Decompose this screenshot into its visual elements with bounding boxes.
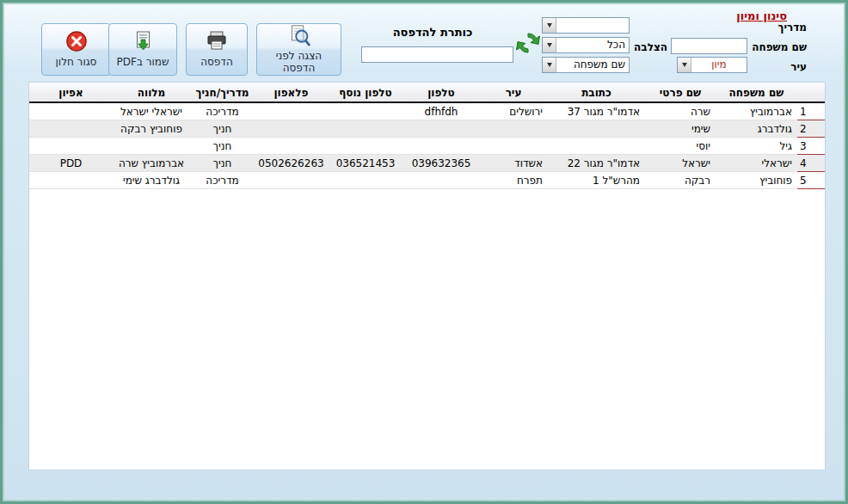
crossing-combobox[interactable]: הכל [542, 37, 630, 53]
refresh-icon [514, 29, 542, 57]
sort-by-combobox[interactable]: שם משפחה [542, 57, 630, 73]
instructor-combobox[interactable] [542, 17, 630, 34]
cell-profile [29, 103, 113, 120]
table-row[interactable]: 4 ישראלי ישראל אדמו"ר מגור 22 אשדוד 0396… [29, 155, 825, 172]
cell-escort: ישראלי ישראל [113, 103, 190, 120]
cell-role: מדריכה [190, 172, 255, 189]
cell-phone [403, 138, 479, 155]
print-icon [205, 30, 229, 52]
header-address: כתובת [548, 83, 645, 101]
table-row[interactable]: 2 גולדברג שימי חניך פוחוביץ רבקה [29, 120, 825, 138]
print-preview-button[interactable]: הצגה לפני הדפסה [256, 23, 341, 76]
print-preview-icon [286, 24, 312, 46]
close-window-button[interactable]: סגור חלון [41, 23, 111, 76]
cell-phone-extra [328, 120, 403, 138]
header-city: עיר [479, 83, 548, 101]
save-pdf-button[interactable]: שמור בPDF [108, 23, 177, 76]
header-escort: מלווה [113, 83, 190, 101]
cell-escort: גולדברג שימי [113, 172, 190, 189]
dropdown-arrow-icon[interactable] [543, 38, 556, 52]
cell-profile [29, 172, 113, 189]
cell-last-name: גולדברג [716, 120, 797, 138]
cell-num: 5 [797, 172, 825, 189]
header-num [797, 83, 825, 101]
cell-phone-extra [328, 138, 403, 155]
header-role: מדריך/חניך [190, 83, 255, 101]
cell-phone-extra [328, 103, 403, 120]
cell-phone-extra: 036521453 [328, 155, 403, 172]
cell-first-name: שימי [645, 120, 716, 138]
sort-by-combobox-value: שם משפחה [556, 58, 629, 72]
header-mobile: פלאפון [255, 83, 328, 101]
cell-city: אשדוד [479, 155, 548, 172]
header-last-name: שם משפחה [716, 83, 797, 101]
cell-num: 2 [797, 120, 825, 138]
cell-last-name: ישראלי [716, 155, 797, 172]
dropdown-arrow-icon[interactable] [678, 58, 691, 72]
cell-mobile [255, 138, 328, 155]
last-name-label: שם משפחה [738, 41, 807, 53]
cell-num: 1 [797, 103, 825, 120]
cell-address [548, 120, 645, 138]
table-row[interactable]: 1 אברמוביץ שרה אדמו"ר מגור 37 ירושלים df… [29, 103, 825, 120]
cell-phone: dfhfdh [403, 103, 479, 120]
close-window-label: סגור חלון [54, 57, 99, 69]
table-header: שם משפחה שם פרטי כתובת עיר טלפון טלפון נ… [29, 83, 825, 103]
cell-mobile [255, 120, 328, 138]
header-phone-extra: טלפון נוסף [328, 83, 403, 101]
print-title-input[interactable] [361, 46, 513, 63]
dropdown-arrow-icon[interactable] [543, 58, 556, 72]
cell-role: מדריכה [190, 103, 255, 120]
cell-address: מהרש"ל 1 [548, 172, 645, 189]
cell-escort: אברמוביץ שרה [113, 155, 190, 172]
table-row[interactable]: 3 גיל יוסי חניך [29, 138, 825, 155]
close-icon [65, 30, 88, 52]
refresh-button[interactable] [514, 29, 542, 57]
cell-first-name: רבקה [645, 172, 716, 189]
print-button[interactable]: הדפסה [186, 23, 248, 76]
cell-city: תפרח [479, 172, 548, 189]
print-title-label: כותרת להדפסה [355, 26, 510, 39]
filter-sort-title: סינון ומיון [715, 9, 787, 22]
cell-address: אדמו"ר מגור 37 [548, 103, 645, 120]
cell-city: ירושלים [479, 103, 548, 120]
students-table: שם משפחה שם פרטי כתובת עיר טלפון טלפון נ… [28, 82, 826, 470]
header-first-name: שם פרטי [645, 83, 716, 101]
last-name-input[interactable] [671, 38, 747, 54]
cell-num: 3 [797, 138, 825, 155]
cell-city [479, 120, 548, 138]
cell-escort: פוחוביץ רבקה [113, 120, 190, 138]
instructor-combobox-value [556, 18, 629, 33]
table-row[interactable]: 5 פוחוביץ רבקה מהרש"ל 1 תפרח מדריכה גולד… [29, 172, 825, 189]
cell-escort [113, 138, 190, 155]
cell-profile [29, 138, 113, 155]
save-pdf-label: שמור בPDF [115, 57, 171, 69]
cell-address [548, 138, 645, 155]
instructor-label: מדריך [738, 22, 807, 34]
city-label: עיר [738, 61, 807, 73]
print-label: הדפסה [199, 57, 235, 69]
cell-last-name: פוחוביץ [716, 172, 797, 189]
cell-role: חניך [190, 155, 255, 172]
cell-role: חניך [190, 138, 255, 155]
cell-phone [403, 120, 479, 138]
cell-num: 4 [797, 155, 825, 172]
sort-combobox[interactable]: מיון [677, 57, 747, 73]
cell-mobile: 0502626263 [255, 155, 328, 172]
cell-profile [29, 120, 113, 138]
cell-first-name: יוסי [645, 138, 716, 155]
cell-mobile [255, 103, 328, 120]
cell-first-name: ישראל [645, 155, 716, 172]
sort-combobox-value: מיון [691, 58, 747, 72]
header-phone: טלפון [403, 83, 479, 101]
cell-city [479, 138, 548, 155]
print-preview-label: הצגה לפני הדפסה [257, 51, 341, 75]
dropdown-arrow-icon[interactable] [543, 18, 556, 33]
cell-first-name: שרה [645, 103, 716, 120]
cell-phone [403, 172, 479, 189]
cell-phone: 039632365 [403, 155, 479, 172]
crossing-combobox-value: הכל [556, 38, 629, 52]
save-pdf-icon [132, 30, 154, 52]
cell-phone-extra [328, 172, 403, 189]
app-window: סגור חלון שמור בPDF הדפסה הצגה ל [0, 0, 848, 504]
